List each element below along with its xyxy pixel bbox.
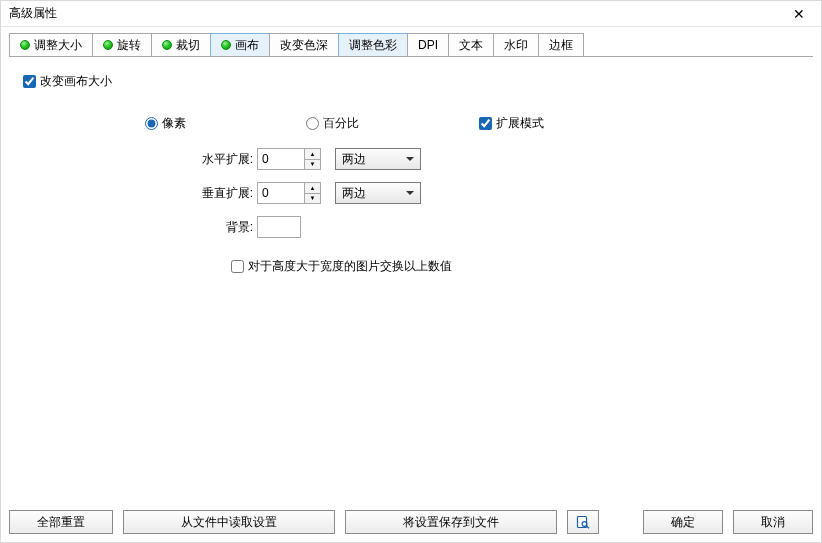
status-dot-icon <box>221 40 231 50</box>
spinner-buttons: ▲ ▼ <box>304 183 320 203</box>
expand-mode-checkbox[interactable] <box>479 117 492 130</box>
cancel-button[interactable]: 取消 <box>733 510 813 534</box>
spin-up-button[interactable]: ▲ <box>305 149 320 159</box>
tab-watermark[interactable]: 水印 <box>493 33 539 56</box>
tab-label: 水印 <box>504 37 528 54</box>
status-dot-icon <box>20 40 30 50</box>
v-expand-side-select[interactable]: 两边 <box>335 182 421 204</box>
swap-label: 对于高度大于宽度的图片交换以上数值 <box>248 258 452 275</box>
window-title: 高级属性 <box>9 5 57 22</box>
change-canvas-size-option: 改变画布大小 <box>23 73 112 90</box>
h-expand-side-value: 两边 <box>342 151 366 168</box>
tab-resize[interactable]: 调整大小 <box>9 33 93 56</box>
tab-dpi[interactable]: DPI <box>407 33 449 56</box>
tab-label: 画布 <box>235 37 259 54</box>
tab-label: 文本 <box>459 37 483 54</box>
unit-pixel-option: 像素 <box>145 115 186 132</box>
unit-percent-option: 百分比 <box>306 115 359 132</box>
tab-canvas[interactable]: 画布 <box>210 33 270 56</box>
unit-row: 像素 百分比 扩展模式 <box>145 115 799 132</box>
unit-pixel-label: 像素 <box>162 115 186 132</box>
tab-label: 旋转 <box>117 37 141 54</box>
spin-down-button[interactable]: ▼ <box>305 193 320 204</box>
v-expand-spinner: ▲ ▼ <box>257 182 321 204</box>
spin-down-button[interactable]: ▼ <box>305 159 320 170</box>
close-icon: ✕ <box>793 6 805 22</box>
tab-border[interactable]: 边框 <box>538 33 584 56</box>
swap-option: 对于高度大于宽度的图片交换以上数值 <box>231 258 452 275</box>
close-button[interactable]: ✕ <box>783 3 815 25</box>
content-area: 调整大小 旋转 裁切 画布 改变色深 调整色彩 DPI 文本 水印 边 <box>1 27 821 504</box>
h-expand-side-select[interactable]: 两边 <box>335 148 421 170</box>
h-expand-input[interactable] <box>258 149 304 169</box>
h-expand-row: 水平扩展: ▲ ▼ 两边 <box>195 146 799 172</box>
spin-up-button[interactable]: ▲ <box>305 183 320 193</box>
spinner-buttons: ▲ ▼ <box>304 149 320 169</box>
bg-color-picker[interactable] <box>257 216 301 238</box>
bg-label: 背景: <box>195 219 257 236</box>
preview-button[interactable] <box>567 510 599 534</box>
tab-label: DPI <box>418 38 438 52</box>
tab-label: 调整色彩 <box>349 37 397 54</box>
status-dot-icon <box>103 40 113 50</box>
tab-colordepth[interactable]: 改变色深 <box>269 33 339 56</box>
v-expand-label: 垂直扩展: <box>195 185 257 202</box>
ok-button[interactable]: 确定 <box>643 510 723 534</box>
tab-label: 裁切 <box>176 37 200 54</box>
load-settings-button[interactable]: 从文件中读取设置 <box>123 510 335 534</box>
v-expand-row: 垂直扩展: ▲ ▼ 两边 <box>195 180 799 206</box>
bg-row: 背景: <box>195 214 799 240</box>
tab-label: 边框 <box>549 37 573 54</box>
expand-mode-option: 扩展模式 <box>479 115 544 132</box>
tab-adjustcolor[interactable]: 调整色彩 <box>338 33 408 56</box>
change-canvas-size-checkbox[interactable] <box>23 75 36 88</box>
tab-text[interactable]: 文本 <box>448 33 494 56</box>
h-expand-spinner: ▲ ▼ <box>257 148 321 170</box>
footer-bar: 全部重置 从文件中读取设置 将设置保存到文件 确定 取消 <box>1 504 821 542</box>
tab-strip: 调整大小 旋转 裁切 画布 改变色深 调整色彩 DPI 文本 水印 边 <box>9 33 813 57</box>
h-expand-label: 水平扩展: <box>195 151 257 168</box>
v-expand-input[interactable] <box>258 183 304 203</box>
swap-checkbox[interactable] <box>231 260 244 273</box>
tab-rotate[interactable]: 旋转 <box>92 33 152 56</box>
unit-percent-label: 百分比 <box>323 115 359 132</box>
canvas-panel: 改变画布大小 像素 百分比 扩展模式 水平扩展: <box>9 57 813 496</box>
v-expand-side-value: 两边 <box>342 185 366 202</box>
unit-pixel-radio[interactable] <box>145 117 158 130</box>
change-canvas-size-label: 改变画布大小 <box>40 73 112 90</box>
reset-all-button[interactable]: 全部重置 <box>9 510 113 534</box>
tab-label: 调整大小 <box>34 37 82 54</box>
title-bar: 高级属性 ✕ <box>1 1 821 27</box>
expand-mode-label: 扩展模式 <box>496 115 544 132</box>
preview-icon <box>576 515 590 529</box>
expand-form: 水平扩展: ▲ ▼ 两边 垂直扩展: ▲ <box>195 146 799 240</box>
save-settings-button[interactable]: 将设置保存到文件 <box>345 510 557 534</box>
svg-line-2 <box>586 526 589 529</box>
tab-label: 改变色深 <box>280 37 328 54</box>
unit-percent-radio[interactable] <box>306 117 319 130</box>
status-dot-icon <box>162 40 172 50</box>
tab-crop[interactable]: 裁切 <box>151 33 211 56</box>
